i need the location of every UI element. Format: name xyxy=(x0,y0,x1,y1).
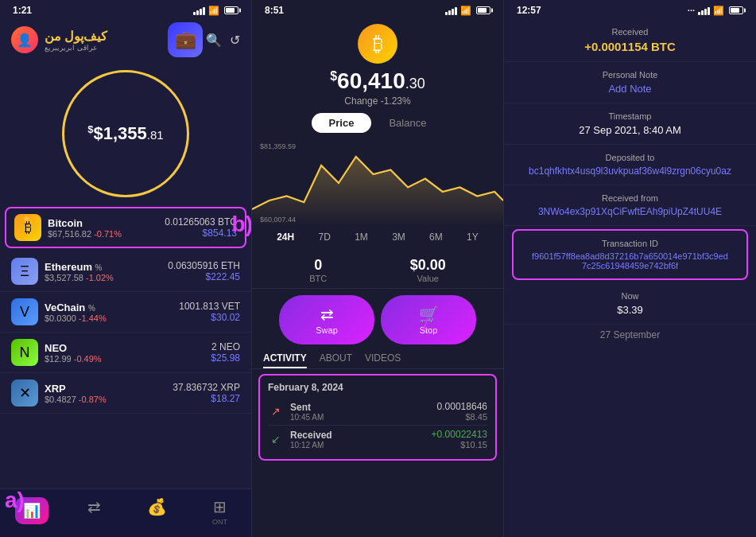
xrp-name: XRP xyxy=(45,383,173,395)
time-tab-1y[interactable]: 1Y xyxy=(462,230,483,244)
swap-icon: ⇄ xyxy=(87,497,101,516)
tab-about[interactable]: ABOUT xyxy=(320,349,352,368)
bar3 xyxy=(200,9,202,15)
bottom-nav: a) 📊 ⇄ 💰 ⊞ ONT xyxy=(0,488,251,537)
ethereum-price: $3,527.58 -1.02% xyxy=(45,273,168,282)
nav-swap[interactable]: ⇄ xyxy=(63,494,126,529)
coin-item-vechain[interactable]: V VeChain % $0.0300 -1.44% 1001.813 VET … xyxy=(0,292,251,333)
add-note-button[interactable]: Add Note xyxy=(520,83,740,95)
coin-list: ★ ₿ Bitcoin $67,516.82 -0.71% 0.01265063… xyxy=(0,207,251,488)
time-tab-3m[interactable]: 3M xyxy=(387,230,410,244)
bar1 xyxy=(698,12,700,15)
timestamp-value: 27 Sep 2021, 8:40 AM xyxy=(520,124,740,136)
personal-note-label: Personal Note xyxy=(520,70,740,80)
vechain-price: $0.0300 -1.44% xyxy=(45,313,179,323)
holding-value-col: $0.00 Value xyxy=(410,257,446,283)
right-time: 12:57 xyxy=(517,5,541,16)
time-tab-7d[interactable]: 7D xyxy=(313,230,335,244)
swap-btn-icon: ⇄ xyxy=(320,305,334,324)
coin-item-xrp[interactable]: ✕ XRP $0.4827 -0.87% 37.836732 XRP $18.2… xyxy=(0,373,251,414)
tab-balance[interactable]: Balance xyxy=(371,113,444,133)
bar3 xyxy=(704,9,707,15)
bar4 xyxy=(455,7,457,15)
detail-timestamp: Timestamp 27 Sep 2021, 8:40 AM xyxy=(504,103,756,145)
tx-received[interactable]: ↙ Received 10:12 AM +0.00022413 $10.15 xyxy=(268,426,487,453)
balance-circle-wrap: $$1,355.81 xyxy=(0,64,251,207)
bar2 xyxy=(701,10,704,15)
mid-panel: 8:51 📶 ₿ $60,410.30 Change -1.23% Price … xyxy=(252,0,504,537)
xrp-right: 37.836732 XRP $18.27 xyxy=(173,382,240,404)
vechain-icon: V xyxy=(11,298,38,325)
wallet-icon: 💼 xyxy=(168,22,203,57)
signal-bars xyxy=(193,6,205,15)
left-time: 1:21 xyxy=(13,5,32,16)
left-panel: 1:21 📶 👤 کیف‌پول من عراقی ابریریبریع 💼 xyxy=(0,0,252,537)
nav-wallet[interactable]: 💰 xyxy=(126,494,188,529)
nav-grid[interactable]: ⊞ ONT xyxy=(188,494,251,529)
tx-id-section: Transaction ID f9601f57ff8ea8ad8d37216b7… xyxy=(512,229,748,280)
detail-personal-note: Personal Note Add Note xyxy=(504,62,756,103)
tx-received-type: Received xyxy=(290,430,432,441)
tab-price[interactable]: Price xyxy=(312,113,372,133)
received-from-value[interactable]: 3NWo4ex3p91XqCiFwftEAh9piUpZ4tUU4E xyxy=(520,206,740,217)
received-icon: ↙ xyxy=(268,433,284,446)
neo-right: 2 NEO $25.98 xyxy=(211,341,240,364)
mid-holdings: 0 BTC $0.00 Value xyxy=(252,252,503,289)
next-date-section: 27 September xyxy=(504,325,756,345)
mid-battery-icon xyxy=(476,6,490,14)
coin-item-bitcoin[interactable]: ★ ₿ Bitcoin $67,516.82 -0.71% 0.01265063… xyxy=(5,207,246,248)
tx-received-right: +0.00022413 $10.15 xyxy=(432,429,487,449)
swap-btn-label: Swap xyxy=(316,325,338,335)
mid-price-main: $60,410.30 xyxy=(252,67,503,95)
app-subtitle: عراقی ابریریبریع xyxy=(45,44,97,52)
vechain-right: 1001.813 VET $30.02 xyxy=(179,301,240,323)
xrp-icon: ✕ xyxy=(11,379,38,407)
neo-icon: N xyxy=(11,339,38,366)
bar2 xyxy=(448,10,451,15)
left-status-icons: 📶 xyxy=(193,6,238,16)
mid-status-icons: 📶 xyxy=(445,6,490,16)
timestamp-label: Timestamp xyxy=(520,111,740,121)
coin-item-neo[interactable]: N NEO $12.99 -0.49% 2 NEO $25.98 xyxy=(0,333,251,373)
time-tab-1m[interactable]: 1M xyxy=(350,230,373,244)
history-icon[interactable]: ↺ xyxy=(230,33,240,48)
ethereum-right: 0.06305916 ETH $222.45 xyxy=(168,260,240,282)
tx-sent-time: 10:45 AM xyxy=(290,413,437,422)
nav-grid-label: ONT xyxy=(212,518,227,526)
grid-icon: ⊞ xyxy=(213,497,227,516)
tx-sent-amount: 0.00018646 xyxy=(437,401,487,412)
tx-sent-right: 0.00018646 $8.45 xyxy=(437,401,487,422)
holding-btc-amount: 0 xyxy=(309,257,327,274)
tx-sent[interactable]: ↗ Sent 10:45 AM 0.00018646 $8.45 xyxy=(268,398,487,426)
tx-sent-type: Sent xyxy=(290,402,437,413)
tab-activity[interactable]: ACTIVITY xyxy=(263,349,307,368)
swap-button[interactable]: ⇄ Swap xyxy=(279,295,374,344)
label-b: b) xyxy=(232,212,251,237)
balance-circle: $$1,355.81 xyxy=(62,70,189,197)
tx-received-usd: $10.15 xyxy=(432,440,487,449)
bar1 xyxy=(193,12,196,15)
time-tabs: 24H 7D 1M 3M 6M 1Y xyxy=(252,227,503,247)
holding-usd-value: $0.00 xyxy=(410,257,446,274)
tx-received-info: Received 10:12 AM xyxy=(290,430,432,449)
balance-amount: $$1,355.81 xyxy=(87,123,163,144)
profile-avatar[interactable]: 👤 xyxy=(11,26,38,53)
coin-item-ethereum[interactable]: Ξ Ethereum % $3,527.58 -1.02% 0.06305916… xyxy=(0,251,251,292)
mid-time: 8:51 xyxy=(265,5,284,16)
tx-section: February 8, 2024 ↗ Sent 10:45 AM 0.00018… xyxy=(258,374,497,461)
activity-tabs: ACTIVITY ABOUT VIDEOS xyxy=(252,349,503,369)
tx-received-amount: +0.00022413 xyxy=(432,429,487,440)
btc-icon-wrap: ₿ xyxy=(252,19,503,67)
tab-videos[interactable]: VIDEOS xyxy=(365,349,401,368)
search-icon[interactable]: 🔍 xyxy=(206,33,222,48)
deposited-to-value[interactable]: bc1qhfkhtx4usq9l3uvkpuaf36w4l9zrgn06cyu0… xyxy=(520,165,740,177)
header-icons: 🔍 ↺ xyxy=(206,33,240,48)
time-tab-24h[interactable]: 24H xyxy=(272,230,299,244)
time-tab-6m[interactable]: 6M xyxy=(425,230,448,244)
left-header: 👤 کیف‌پول من عراقی ابریریبریع 💼 🔍 ↺ xyxy=(0,19,251,64)
bar2 xyxy=(196,10,199,15)
holding-btc-label: BTC xyxy=(309,274,327,283)
mid-signal-bars xyxy=(445,6,457,15)
sent-icon: ↗ xyxy=(268,405,284,418)
tx-id-value[interactable]: f9601f57ff8ea8ad8d37216b7a650014e971bf3c… xyxy=(529,251,731,270)
